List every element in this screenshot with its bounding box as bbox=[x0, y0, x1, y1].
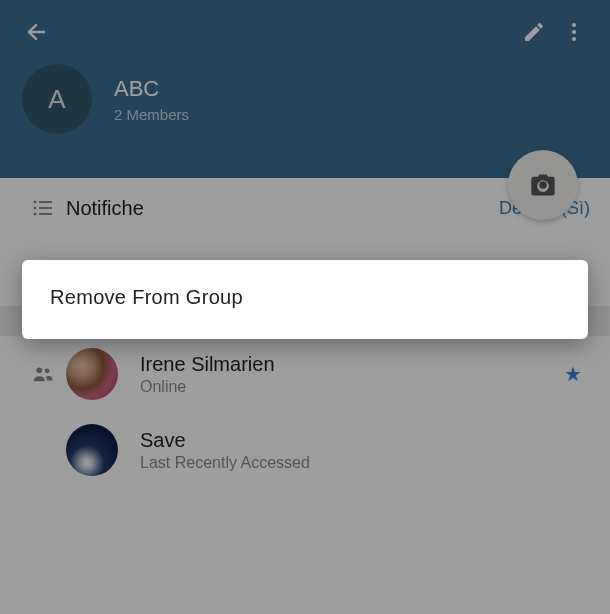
svg-point-5 bbox=[34, 207, 37, 210]
svg-point-1 bbox=[572, 23, 576, 27]
member-row-0[interactable]: Irene Silmarien Online ★ bbox=[0, 336, 610, 412]
camera-icon bbox=[529, 171, 557, 199]
member-avatar[interactable] bbox=[66, 348, 118, 400]
svg-point-4 bbox=[34, 201, 37, 204]
star-icon: ★ bbox=[564, 362, 582, 386]
notifications-label: Notifiche bbox=[66, 197, 499, 220]
camera-fab[interactable] bbox=[508, 150, 578, 220]
top-bar bbox=[0, 0, 610, 64]
member-avatar[interactable] bbox=[66, 424, 118, 476]
member-status: Last Recently Accessed bbox=[140, 454, 590, 472]
more-button[interactable] bbox=[554, 12, 594, 52]
member-name: Irene Silmarien bbox=[140, 353, 564, 376]
group-info-row: A ABC 2 Members bbox=[0, 64, 610, 134]
group-avatar-letter: A bbox=[48, 84, 65, 115]
people-icon bbox=[30, 363, 56, 385]
member-name: Save bbox=[140, 429, 590, 452]
group-avatar[interactable]: A bbox=[22, 64, 92, 134]
arrow-left-icon bbox=[24, 20, 48, 44]
group-name: ABC bbox=[114, 76, 189, 102]
group-info-screen: A ABC 2 Members Notifiche Default (Sì) A… bbox=[0, 0, 610, 614]
svg-point-6 bbox=[34, 213, 37, 216]
remove-from-group-button[interactable]: Remove From Group bbox=[50, 286, 560, 309]
svg-rect-9 bbox=[39, 213, 52, 215]
svg-point-3 bbox=[572, 37, 576, 41]
member-row-1[interactable]: Save Last Recently Accessed bbox=[0, 412, 610, 488]
svg-point-2 bbox=[572, 30, 576, 34]
context-menu: Remove From Group bbox=[22, 260, 588, 339]
svg-rect-8 bbox=[39, 207, 52, 209]
list-icon bbox=[31, 196, 55, 220]
member-status: Online bbox=[140, 378, 564, 396]
svg-point-11 bbox=[45, 368, 50, 373]
group-members-count: 2 Members bbox=[114, 106, 189, 123]
group-header: A ABC 2 Members bbox=[0, 0, 610, 178]
dots-vertical-icon bbox=[562, 20, 586, 44]
edit-button[interactable] bbox=[514, 12, 554, 52]
back-button[interactable] bbox=[16, 12, 56, 52]
pencil-icon bbox=[522, 20, 546, 44]
svg-point-10 bbox=[36, 367, 42, 373]
content-area: Notifiche Default (Sì) Add Member Irene … bbox=[0, 178, 610, 614]
svg-rect-7 bbox=[39, 201, 52, 203]
